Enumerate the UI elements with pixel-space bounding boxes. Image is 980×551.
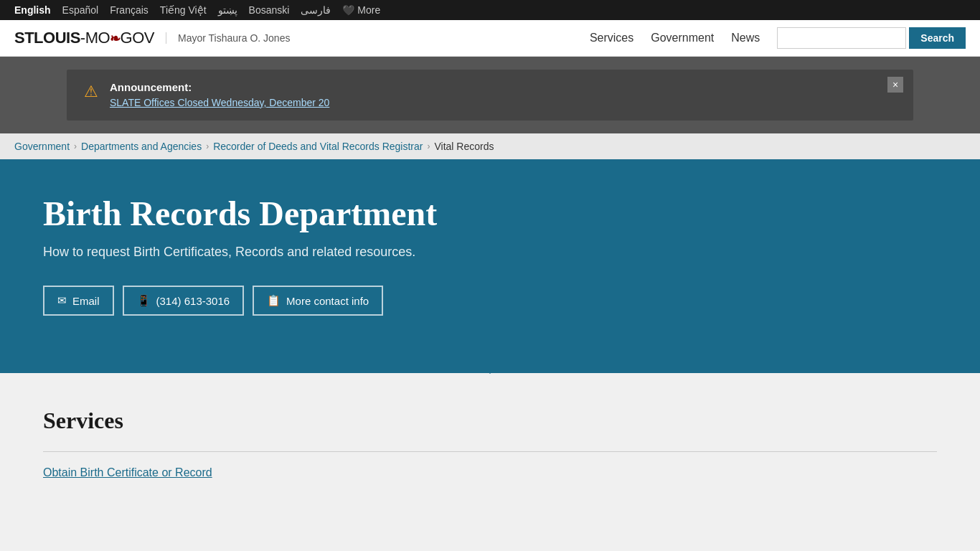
language-bar: English Español Français Tiếng Việt پښتو… xyxy=(0,0,980,20)
lang-english[interactable]: English xyxy=(14,4,51,16)
hero-chevron xyxy=(461,348,519,374)
lang-espanol[interactable]: Español xyxy=(62,4,99,16)
main-header: STLOUIS-MO❧GOV Mayor Tishaura O. Jones S… xyxy=(0,20,980,57)
phone-icon: 📱 xyxy=(137,294,151,307)
announcement-banner: ⚠ Announcement: SLATE Offices Closed Wed… xyxy=(67,70,913,121)
breadcrumb-current: Vital Records xyxy=(434,141,494,152)
announcement-wrapper: ⚠ Announcement: SLATE Offices Closed Wed… xyxy=(0,57,980,133)
obtain-birth-certificate-link[interactable]: Obtain Birth Certificate or Record xyxy=(43,466,212,479)
email-label: Email xyxy=(72,295,100,307)
lang-bosanski[interactable]: Bosanski xyxy=(249,4,290,16)
lang-more[interactable]: 🖤 More xyxy=(342,4,380,16)
breadcrumb-departments[interactable]: Departments and Agencies xyxy=(81,141,202,152)
announcement-title: Announcement: xyxy=(110,81,896,93)
contact-buttons: ✉ Email 📱 (314) 613-3016 📋 More contact … xyxy=(43,286,937,316)
announcement-content: Announcement: SLATE Offices Closed Wedne… xyxy=(110,81,896,109)
nav-news[interactable]: News xyxy=(731,32,760,44)
breadcrumb-sep-2: › xyxy=(206,141,209,151)
nav-government[interactable]: Government xyxy=(651,32,714,44)
email-button[interactable]: ✉ Email xyxy=(43,286,114,316)
search-form: Search xyxy=(777,27,966,49)
search-button[interactable]: Search xyxy=(909,27,966,49)
site-logo[interactable]: STLOUIS-MO❧GOV xyxy=(14,29,154,47)
lang-tieng-viet[interactable]: Tiếng Việt xyxy=(160,4,207,16)
header-left: STLOUIS-MO❧GOV Mayor Tishaura O. Jones xyxy=(14,29,290,47)
header-nav: Services Government News Search xyxy=(590,27,966,49)
breadcrumb-sep-1: › xyxy=(74,141,77,151)
services-section: Services Obtain Birth Certificate or Rec… xyxy=(43,408,937,479)
services-heading: Services xyxy=(43,408,937,434)
warning-icon: ⚠ xyxy=(84,83,98,101)
nav-services[interactable]: Services xyxy=(590,32,633,44)
more-contact-button[interactable]: 📋 More contact info xyxy=(253,286,383,316)
lang-pashto[interactable]: پښتو xyxy=(218,4,237,16)
contact-card-icon: 📋 xyxy=(267,294,281,307)
breadcrumb: Government › Departments and Agencies › … xyxy=(0,133,980,159)
breadcrumb-recorder[interactable]: Recorder of Deeds and Vital Records Regi… xyxy=(213,141,423,152)
phone-button[interactable]: 📱 (314) 613-3016 xyxy=(123,286,245,316)
close-announcement-button[interactable]: × xyxy=(887,77,903,93)
more-contact-label: More contact info xyxy=(286,295,369,307)
services-divider xyxy=(43,451,937,452)
page-title: Birth Records Department xyxy=(43,194,937,233)
breadcrumb-government[interactable]: Government xyxy=(14,141,70,152)
breadcrumb-sep-3: › xyxy=(427,141,430,151)
search-input[interactable] xyxy=(777,27,906,49)
hero-section: Birth Records Department How to request … xyxy=(0,159,980,373)
content-area: Services Obtain Birth Certificate or Rec… xyxy=(0,373,980,514)
lang-francais[interactable]: Français xyxy=(110,4,149,16)
translate-icon: 🖤 xyxy=(342,4,354,16)
announcement-link[interactable]: SLATE Offices Closed Wednesday, December… xyxy=(110,97,329,108)
email-icon: ✉ xyxy=(57,294,67,307)
mayor-name: Mayor Tishaura O. Jones xyxy=(166,32,290,44)
phone-label: (314) 613-3016 xyxy=(156,295,230,307)
lang-farsi[interactable]: فارسی xyxy=(301,4,331,16)
hero-subtitle: How to request Birth Certificates, Recor… xyxy=(43,245,937,260)
